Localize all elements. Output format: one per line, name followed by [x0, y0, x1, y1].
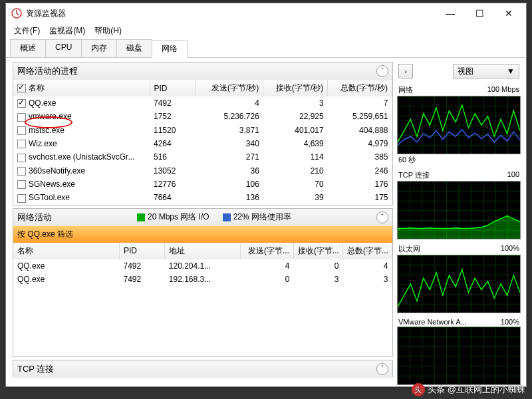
- tab-bar: 概述 CPU 内存 磁盘 网络: [6, 38, 526, 58]
- close-button[interactable]: ✕: [494, 4, 523, 23]
- row-checkbox[interactable]: [17, 140, 26, 148]
- window-title: 资源监视器: [26, 8, 436, 19]
- collapse-right-button[interactable]: ›: [398, 64, 413, 78]
- app-icon: [11, 8, 22, 19]
- table-row[interactable]: svchost.exe (UnistackSvcGr...51627111438…: [13, 150, 392, 164]
- table-row[interactable]: QQ.exe7492192.168.3...033: [13, 273, 392, 286]
- col-total[interactable]: 总数(字节...: [342, 243, 392, 259]
- table-row[interactable]: QQ.exe7492437: [13, 96, 392, 110]
- io-indicator: 20 Mbps 网络 I/O: [137, 211, 209, 223]
- collapse-icon[interactable]: ˆ: [376, 363, 388, 375]
- col-send[interactable]: 发送(字节...: [241, 243, 294, 259]
- section-network-processes: 网络活动的进程 ˆ 名称 PID 发送(字节/秒) 接收(字节/秒) 总数(字节…: [13, 62, 393, 205]
- row-checkbox[interactable]: [17, 126, 26, 135]
- col-pid[interactable]: PID: [150, 80, 195, 96]
- tab-overview[interactable]: 概述: [10, 39, 46, 57]
- row-checkbox[interactable]: [17, 154, 26, 162]
- col-name[interactable]: 名称: [13, 80, 150, 96]
- graph-1: TCP 连接100: [397, 170, 521, 239]
- table-row[interactable]: 360seNotify.exe1305236210246: [13, 164, 392, 178]
- tab-disk[interactable]: 磁盘: [116, 39, 152, 57]
- graph-3: VMware Network A...100%: [397, 317, 521, 385]
- row-checkbox[interactable]: [17, 194, 26, 203]
- table-row[interactable]: mstsc.exe115203,871401,017404,888: [13, 124, 392, 137]
- row-checkbox[interactable]: [17, 180, 26, 189]
- section-title: 网络活动的进程: [17, 65, 78, 77]
- menubar: 文件(F) 监视器(M) 帮助(H): [6, 23, 526, 38]
- section-tcp: TCP 连接 ˆ: [13, 360, 393, 377]
- col-addr[interactable]: 地址: [165, 243, 241, 259]
- table-row[interactable]: SGTool.exe766413639175: [13, 191, 392, 204]
- filter-bar: 按 QQ.exe 筛选: [13, 226, 392, 243]
- table-row[interactable]: QQ.exe7492120.204.1...404: [13, 259, 392, 273]
- watermark-avatar: 头: [412, 383, 425, 396]
- table-row[interactable]: Wiz.exe42643404,6394,979: [13, 137, 392, 150]
- col-total[interactable]: 总数(字节/秒): [328, 80, 392, 96]
- section-title: TCP 连接: [17, 363, 54, 375]
- chevron-down-icon: ▼: [507, 66, 515, 76]
- collapse-icon[interactable]: ˆ: [376, 65, 388, 77]
- menu-monitor[interactable]: 监视器(M): [45, 24, 89, 38]
- checkbox-all[interactable]: [17, 84, 26, 92]
- graph-2: 以太网100%: [397, 243, 521, 313]
- table-row[interactable]: vmware.exe17525,236,72622,9255,259,651: [13, 110, 392, 123]
- tab-network[interactable]: 网络: [152, 40, 188, 58]
- section-network-activity: 网络活动 20 Mbps 网络 I/O 22% 网络使用率 ˆ 按 QQ.exe…: [13, 208, 393, 357]
- view-menu[interactable]: 视图 ▼: [453, 64, 519, 78]
- table-row[interactable]: SGNews.exe1277610670176: [13, 178, 392, 191]
- col-recv[interactable]: 接收(字节/秒): [263, 80, 328, 96]
- col-pid[interactable]: PID: [119, 243, 164, 259]
- tab-memory[interactable]: 内存: [81, 39, 117, 57]
- usage-indicator: 22% 网络使用率: [223, 211, 291, 223]
- col-send[interactable]: 发送(字节/秒): [195, 80, 263, 96]
- menu-help[interactable]: 帮助(H): [90, 24, 126, 38]
- watermark: 头 头条 @互联网上的小蜘蛛: [412, 383, 525, 396]
- col-name[interactable]: 名称: [13, 243, 119, 259]
- row-checkbox[interactable]: [17, 167, 26, 176]
- collapse-icon[interactable]: ˆ: [376, 211, 388, 223]
- row-checkbox[interactable]: [17, 113, 26, 122]
- minimize-button[interactable]: —: [436, 4, 465, 23]
- row-checkbox[interactable]: [17, 99, 26, 108]
- section-title: 网络活动: [17, 211, 52, 223]
- menu-file[interactable]: 文件(F): [10, 24, 44, 38]
- tab-cpu[interactable]: CPU: [45, 39, 82, 57]
- graph-0: 网络100 Mbps60 秒: [397, 84, 521, 166]
- maximize-button[interactable]: ☐: [465, 4, 494, 23]
- col-recv[interactable]: 接收(字节...: [293, 243, 342, 259]
